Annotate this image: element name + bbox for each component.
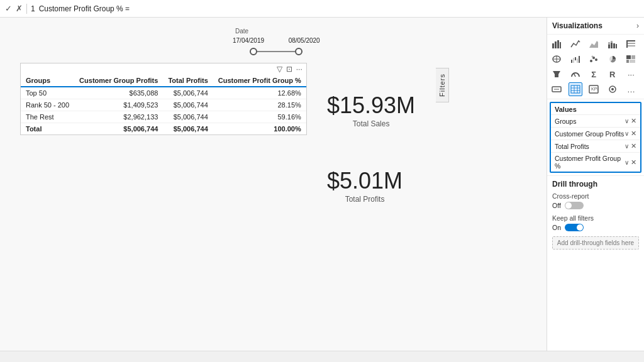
footer-pct: 100.00% [213,123,306,135]
viz-icon-sigma[interactable]: Σ [587,67,601,81]
svg-rect-31 [630,60,635,63]
field-dropdown-tp[interactable]: ∨ [625,143,629,150]
col-cgp: Customer Group Profits [74,75,163,87]
svg-marker-32 [553,71,560,77]
cross-report-thumb [565,202,572,209]
viz-icon-stacked[interactable] [606,37,619,51]
filters-tab[interactable]: Filters [436,68,449,102]
svg-rect-36 [571,85,580,93]
svg-point-25 [595,58,597,61]
cell-cgp-0: $635,088 [74,87,163,99]
viz-icon-card[interactable] [550,82,564,96]
cell-tp-1: $5,006,744 [163,99,213,111]
svg-rect-0 [552,43,554,48]
field-name-tp: Total Profits [555,143,625,150]
cell-pct-0: 12.68% [213,87,306,99]
field-dropdown-groups[interactable]: ∨ [625,118,629,124]
svg-rect-8 [611,41,613,43]
viz-icon-funnel[interactable] [550,67,564,81]
drill-through-title: Drill through [552,180,639,189]
filter-icon[interactable]: ▽ [277,65,282,74]
field-name-groups: Groups [555,118,625,125]
keep-filters-label: Keep all filters [552,214,639,222]
viz-icon-treemap[interactable] [624,52,638,66]
viz-icon-more[interactable]: ··· [624,67,638,81]
svg-rect-22 [579,56,580,63]
kpi-profits-value: $5.01M [327,168,402,194]
field-dropdown-cgp[interactable]: ∨ [625,130,629,137]
x-icon[interactable]: ✗ [16,4,23,13]
values-field-cpgpct: Customer Profit Group % ∨ ✕ [551,152,640,172]
table-footer-row: Total $5,006,744 $5,006,744 100.00% [21,123,306,135]
more-icon[interactable]: ··· [296,65,303,74]
field-icons-cpgpct: ∨ ✕ [625,158,636,167]
keep-filters-thumb [577,224,583,231]
svg-rect-30 [626,60,629,63]
col-groups: Groups [21,75,74,87]
viz-icon-bar[interactable] [550,37,564,51]
cross-report-state: Off [552,202,561,209]
svg-rect-10 [616,44,617,48]
field-name-cpgpct: Customer Profit Group % [555,155,625,170]
keep-filters-toggle[interactable] [565,224,584,231]
date-slicer[interactable]: Date 17/04/2019 08/05/2020 [233,28,320,55]
slicer-handle-right[interactable] [295,48,303,55]
field-dropdown-cpgpct[interactable]: ∨ [625,159,629,166]
svg-rect-5 [608,45,610,48]
table-header-bar: ▽ ⊡ ··· [21,63,306,75]
keep-filters-state: On [552,224,561,231]
date-from: 17/04/2019 [233,37,264,44]
kpi-sales-card: $15.93M Total Sales [327,93,415,128]
values-section: Values Groups ∨ ✕ Customer Group Profits… [550,102,641,173]
add-drill-field[interactable]: Add drill-through fields here [552,236,639,250]
field-remove-tp[interactable]: ✕ [631,142,636,150]
focus-icon[interactable]: ⊡ [286,65,292,74]
viz-icon-r[interactable]: R [606,67,619,81]
viz-icon-ellipsis[interactable]: … [624,82,638,96]
tab-number: 1 [31,4,35,13]
svg-rect-20 [575,57,576,60]
viz-icon-area[interactable] [587,37,601,51]
field-remove-cgp[interactable]: ✕ [631,129,636,138]
table-header-row: Groups Customer Group Profits Total Prof… [21,75,306,87]
check-icon[interactable]: ✓ [5,4,12,13]
field-remove-cpgpct[interactable]: ✕ [631,158,636,167]
viz-icon-matrix[interactable] [569,82,582,96]
cell-pct-1: 28.15% [213,99,306,111]
viz-panel-header: Visualizations › [547,18,644,35]
slicer-handle-left[interactable] [250,48,257,55]
main-area: Filters Date 17/04/2019 08/05/2020 ▽ ⊡ ·… [0,18,644,351]
svg-rect-19 [573,58,574,63]
svg-rect-21 [577,58,578,63]
date-slicer-track[interactable] [250,48,303,55]
viz-icon-gauge[interactable] [569,67,582,81]
viz-icon-line[interactable] [569,37,582,51]
table-row: Top 50 $635,088 $5,006,744 12.68% [21,87,306,99]
top-bar: ✓ ✗ 1 Customer Profit Group % = [0,0,644,18]
cell-group-2: The Rest [21,111,74,123]
field-remove-groups[interactable]: ✕ [631,117,636,125]
svg-point-44 [611,88,614,90]
svg-rect-3 [560,42,561,48]
cell-pct-2: 59.16% [213,111,306,123]
footer-cgp: $5,006,744 [74,123,163,135]
viz-icon-kpi[interactable]: KPI [587,82,601,96]
viz-icon-table[interactable] [624,37,638,51]
values-header: Values [551,103,640,114]
svg-rect-13 [626,45,635,47]
cross-report-toggle-row: Off [552,202,639,209]
viz-icon-pie[interactable] [606,52,619,66]
viz-title: Visualizations [552,21,602,30]
viz-icon-slicer[interactable] [606,82,619,96]
viz-icon-scatter[interactable] [587,52,601,66]
cross-report-toggle[interactable] [565,202,584,209]
svg-point-23 [590,60,592,62]
field-name-cgp: Customer Group Profits [555,130,625,138]
cell-tp-2: $5,006,744 [163,111,213,123]
slicer-line [257,51,295,52]
cross-report-label: Cross-report [552,192,639,200]
viz-icon-waterfall[interactable] [569,52,582,66]
viz-icon-map[interactable] [550,52,564,66]
keep-filters-toggle-row: On [552,224,639,231]
viz-collapse-arrow[interactable]: › [636,21,639,30]
